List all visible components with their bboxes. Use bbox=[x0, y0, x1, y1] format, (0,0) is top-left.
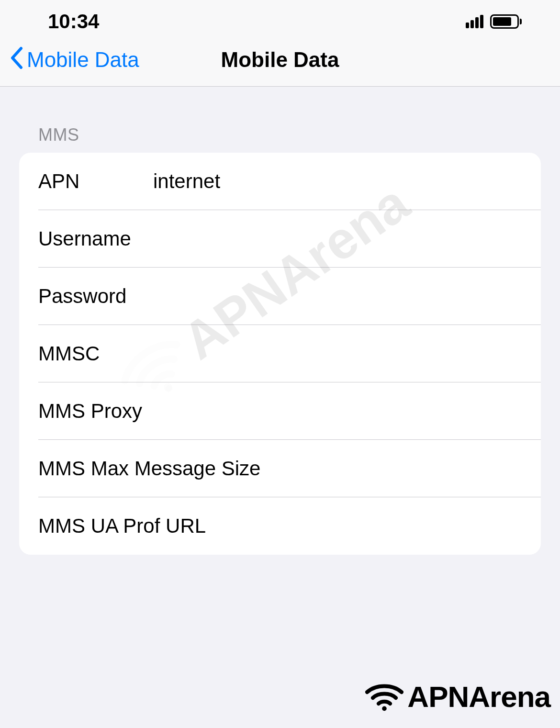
status-time: 10:34 bbox=[48, 10, 99, 33]
mms-ua-prof-row[interactable]: MMS UA Prof URL bbox=[19, 497, 541, 555]
navigation-bar: Mobile Data Mobile Data bbox=[0, 38, 560, 87]
username-row[interactable]: Username bbox=[19, 210, 541, 268]
status-bar: 10:34 bbox=[0, 0, 560, 38]
watermark-logo-text: APNArena bbox=[407, 680, 550, 714]
mms-section: MMS APN Username Password MMSC MMS Proxy bbox=[0, 125, 560, 555]
watermark-logo: APNArena bbox=[365, 680, 550, 714]
apn-row[interactable]: APN bbox=[19, 153, 541, 210]
battery-icon bbox=[490, 14, 522, 29]
password-row[interactable]: Password bbox=[19, 268, 541, 325]
section-header: MMS bbox=[19, 125, 541, 145]
page-title: Mobile Data bbox=[221, 48, 339, 72]
settings-group: APN Username Password MMSC MMS Proxy MMS… bbox=[19, 153, 541, 555]
svg-point-1 bbox=[382, 706, 387, 711]
mms-max-size-input[interactable] bbox=[260, 457, 541, 480]
mms-proxy-row[interactable]: MMS Proxy bbox=[19, 382, 541, 440]
mms-ua-prof-input[interactable] bbox=[206, 515, 541, 538]
mms-proxy-input[interactable] bbox=[142, 400, 541, 423]
back-label: Mobile Data bbox=[27, 48, 139, 72]
mms-ua-prof-label: MMS UA Prof URL bbox=[38, 515, 206, 538]
mmsc-row[interactable]: MMSC bbox=[19, 325, 541, 382]
apn-label: APN bbox=[38, 170, 153, 193]
wifi-icon bbox=[365, 683, 403, 711]
password-input[interactable] bbox=[153, 285, 541, 308]
username-input[interactable] bbox=[153, 227, 541, 250]
mms-proxy-label: MMS Proxy bbox=[38, 400, 142, 423]
mmsc-input[interactable] bbox=[153, 342, 541, 365]
password-label: Password bbox=[38, 285, 153, 308]
status-indicators bbox=[466, 14, 536, 29]
back-button[interactable]: Mobile Data bbox=[10, 46, 139, 73]
signal-icon bbox=[466, 15, 483, 28]
mmsc-label: MMSC bbox=[38, 342, 153, 365]
apn-input[interactable] bbox=[153, 170, 541, 193]
mms-max-size-label: MMS Max Message Size bbox=[38, 457, 260, 480]
chevron-left-icon bbox=[10, 46, 23, 73]
username-label: Username bbox=[38, 227, 153, 250]
mms-max-size-row[interactable]: MMS Max Message Size bbox=[19, 440, 541, 497]
